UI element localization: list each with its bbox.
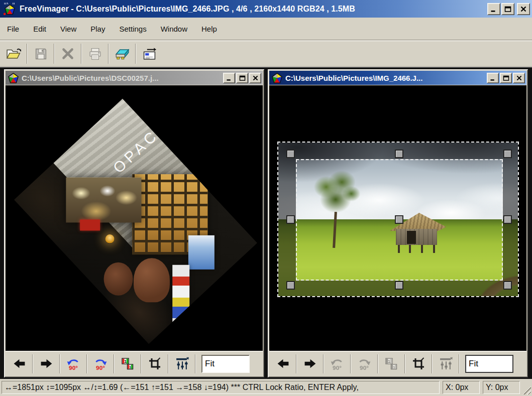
crop-handle-mid-left[interactable]: [286, 215, 295, 224]
image-canvas-dsc00257[interactable]: OPAC: [6, 85, 263, 351]
viewer-button[interactable]: [139, 43, 160, 64]
maximize-button[interactable]: [501, 3, 514, 15]
child-title-bar[interactable]: C:\Users\Public\Pictures\IMG_2466.J...: [269, 71, 526, 85]
actual-size-icon: [385, 357, 398, 370]
actual-size-icon: [121, 357, 134, 370]
toolbar-separator: [81, 44, 82, 64]
delete-x-icon: [61, 47, 74, 60]
image-canvas-img2466[interactable]: [269, 85, 526, 351]
toolbar-separator: [32, 354, 33, 373]
photo-blue-poster: [188, 235, 215, 270]
rotate-left-button[interactable]: [63, 353, 84, 374]
menu-play[interactable]: Play: [85, 22, 110, 36]
photo-person-1: [134, 258, 170, 302]
child-minimize-button[interactable]: [487, 73, 499, 83]
open-folder-icon: [6, 47, 21, 60]
close-icon: [516, 75, 522, 81]
toolbar-separator: [296, 354, 297, 373]
right-arrow-icon: [40, 357, 53, 370]
child-maximize-button[interactable]: [500, 73, 512, 83]
menu-window[interactable]: Window: [156, 22, 192, 36]
crop-handle-mid-right[interactable]: [503, 215, 512, 224]
rotate-right-90-icon: [357, 357, 371, 371]
crop-button[interactable]: [144, 353, 165, 374]
minimize-icon: [226, 75, 233, 81]
toolbar-separator: [86, 354, 87, 373]
zoom-fit-input[interactable]: [201, 355, 250, 373]
rotate-right-90-icon: [93, 357, 108, 371]
crop-handle-bottom-center[interactable]: [395, 281, 403, 290]
child-window-title: C:\Users\Public\Pictures\IMG_2466.J...: [285, 74, 486, 82]
child-maximize-button[interactable]: [236, 73, 248, 83]
crop-button[interactable]: [408, 353, 429, 374]
delete-button[interactable]: [57, 43, 78, 64]
title-bar[interactable]: FreeVimager - C:\Users\Public\Pictures\I…: [0, 0, 532, 18]
child-toolbar: [269, 351, 526, 376]
actual-size-button[interactable]: [117, 353, 138, 374]
levels-button[interactable]: [435, 353, 456, 374]
rotate-left-button[interactable]: [327, 353, 348, 374]
window-title: FreeVimager - C:\Users\Public\Pictures\I…: [20, 5, 487, 14]
printer-icon: [88, 47, 102, 61]
levels-button[interactable]: [171, 353, 192, 374]
crop-handle-center[interactable]: [395, 215, 403, 224]
maximize-icon: [504, 6, 511, 12]
levels-sliders-icon: [175, 357, 189, 370]
toolbar-separator: [377, 354, 378, 373]
crop-handle-top-right[interactable]: [503, 150, 512, 158]
toolbar-separator: [114, 354, 115, 373]
child-close-button[interactable]: [513, 73, 525, 83]
child-window-img2466: C:\Users\Public\Pictures\IMG_2466.J...: [268, 69, 528, 377]
toolbar-separator: [135, 44, 136, 64]
maximize-icon: [239, 75, 246, 81]
save-button[interactable]: [30, 43, 51, 64]
close-button[interactable]: [517, 3, 530, 15]
minimize-icon: [490, 6, 497, 12]
menu-view[interactable]: View: [55, 22, 81, 36]
actual-size-button[interactable]: [381, 353, 402, 374]
menu-file[interactable]: File: [2, 22, 24, 36]
toolbar-separator: [108, 44, 109, 64]
scan-button[interactable]: [112, 43, 133, 64]
toolbar-separator: [459, 354, 460, 373]
prev-image-button[interactable]: [272, 353, 293, 374]
main-toolbar: [0, 41, 532, 67]
crop-handle-bottom-left[interactable]: [286, 281, 295, 290]
rotate-left-90-icon: [330, 357, 344, 371]
child-minimize-button[interactable]: [223, 73, 235, 83]
toolbar-separator: [195, 354, 196, 373]
mdi-client-area: C:\Users\Public\Pictures\DSC00257.j... O…: [0, 67, 532, 379]
toolbar-separator: [432, 354, 433, 373]
next-image-button[interactable]: [36, 353, 57, 374]
child-title-bar[interactable]: C:\Users\Public\Pictures\DSC00257.j...: [6, 71, 263, 85]
prev-image-button[interactable]: [9, 353, 30, 374]
child-app-icon: [8, 73, 19, 83]
photo-lantern: [103, 232, 116, 245]
photo-red-sign: [80, 219, 100, 230]
toolbar-separator: [141, 354, 142, 373]
next-image-button[interactable]: [299, 353, 321, 374]
crop-handle-top-left[interactable]: [286, 150, 295, 158]
status-bar: ↔=1851px ↕=1095px ↔/↕=1.69 (←=151 ↑=151 …: [0, 379, 532, 396]
resize-grip[interactable]: [521, 385, 531, 394]
open-button[interactable]: [3, 43, 24, 64]
toolbar-separator: [350, 354, 351, 373]
child-close-button[interactable]: [249, 73, 261, 83]
left-arrow-icon: [13, 357, 26, 370]
menu-help[interactable]: Help: [196, 22, 222, 36]
zoom-fit-input[interactable]: [465, 355, 513, 373]
crop-handle-top-center[interactable]: [395, 150, 403, 158]
print-button[interactable]: [84, 43, 105, 64]
right-arrow-icon: [303, 357, 317, 370]
menu-settings[interactable]: Settings: [114, 22, 151, 36]
app-icon: [3, 2, 17, 16]
menu-edit[interactable]: Edit: [28, 22, 51, 36]
rotate-right-button[interactable]: [90, 353, 111, 374]
toolbar-separator: [168, 354, 169, 373]
toolbar-separator: [27, 44, 28, 64]
crop-icon: [412, 357, 425, 370]
crop-handle-bottom-right[interactable]: [503, 281, 512, 290]
rotate-right-button[interactable]: [354, 353, 375, 374]
rotate-left-90-icon: [66, 357, 80, 371]
minimize-button[interactable]: [487, 3, 500, 15]
